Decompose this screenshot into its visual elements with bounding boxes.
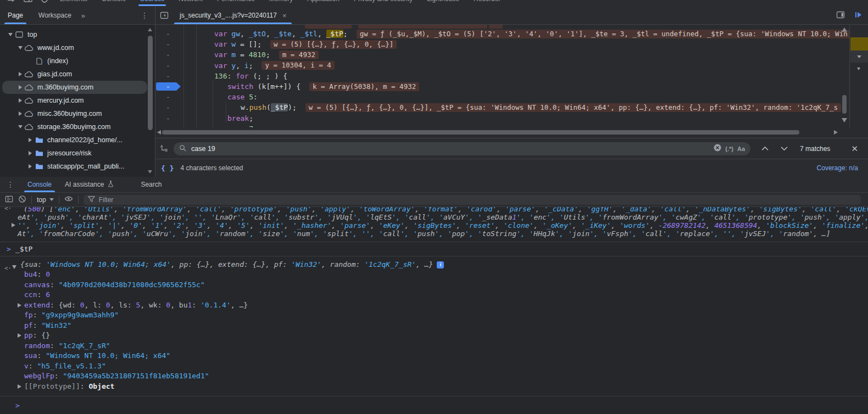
file-tab-close-icon[interactable]: × [282,12,287,20]
gutter-line-marker[interactable]: - [155,71,196,81]
expand-array-icon[interactable] [12,223,15,227]
tree-item-misc-360buyimg-com[interactable]: misc.360buyimg.com [2,107,147,120]
code-line[interactable]: -break; [155,113,868,124]
replace-toggle-icon[interactable]: AB [160,144,169,154]
scrollbar-thumb[interactable] [162,130,799,135]
devices-icon[interactable] [24,0,32,3]
scroll-down-icon[interactable] [842,118,847,122]
console-filter-field[interactable]: Filter [84,195,861,205]
chevron-right-icon[interactable] [16,98,24,103]
clear-console-icon[interactable] [18,195,26,205]
tree-item-top[interactable]: top [2,28,147,41]
search-field[interactable]: (.*) Aa [174,142,750,155]
regex-toggle[interactable]: (.*) [725,146,733,152]
panel-tab-application[interactable]: Application [300,0,347,7]
info-icon[interactable]: i [437,261,444,268]
code-area[interactable]: -var gw, _$tO, _$te, _$tl, _$tP;gw = ƒ (… [155,25,868,127]
code-line[interactable]: -var gw, _$tO, _$te, _$tl, _$tP;gw = ƒ (… [155,29,868,39]
code-line[interactable]: -var w = [];w = (5) [{…}, ƒ, {…}, 0, {…}… [155,39,868,49]
panel-tab-recorder[interactable]: Recorder [466,0,508,7]
tab-workspace[interactable]: Workspace [31,7,79,24]
chevron-right-icon[interactable] [26,164,34,169]
more-tabs-icon[interactable]: » [81,12,85,20]
context-selector[interactable]: top [37,196,54,204]
search-input[interactable] [190,144,710,153]
code-line[interactable]: -var m = 4810;m = 4932 [155,49,868,60]
previous-match-icon[interactable] [761,145,769,153]
tree-item-gias-jd-com[interactable]: gias.jd.com [2,68,147,81]
expand-section-icon[interactable] [857,68,860,70]
console-sidebar-icon[interactable] [5,195,13,205]
editor-horizontal-scrollbar[interactable] [155,127,839,138]
panel-tab-sources[interactable]: Sources [133,0,171,7]
scroll-up-icon[interactable] [148,28,152,31]
sidebar-scrollbar[interactable] [147,28,153,174]
gutter-line-marker[interactable]: - [155,29,196,39]
scroll-left-icon[interactable] [157,130,161,135]
chevron-right-icon[interactable] [16,85,24,89]
code-line[interactable]: -w.push(_$tP);w = (5) [{…}, ƒ, {…}, 0, {… [155,102,868,113]
scrollbar-thumb[interactable] [148,36,153,130]
tree-item-jsresource-risk[interactable]: jsresource/risk [2,147,147,160]
scroll-right-icon[interactable] [834,130,838,135]
live-expression-icon[interactable] [64,194,73,205]
chevron-right-icon[interactable] [26,151,34,155]
panel-tab-performance[interactable]: Performance [210,0,262,7]
chevron-right-icon[interactable] [26,138,34,142]
drawer-menu-icon[interactable]: ⋮ [0,180,21,189]
pretty-print-icon[interactable]: { } [161,164,174,172]
chevron-down-icon[interactable] [16,125,24,128]
toggle-navigator-icon[interactable] [155,7,173,24]
code-line[interactable]: -case 5: [155,92,868,102]
coverage-link[interactable]: Coverage: n/a [817,164,858,172]
gutter-line-marker[interactable]: - [155,81,196,92]
gutter-line-marker[interactable]: - [155,49,196,60]
gutter-line-marker[interactable]: - [155,102,196,113]
panel-tab-memory[interactable]: Memory [262,0,300,7]
gutter-line-marker[interactable]: - [155,124,196,127]
tree-item--index-[interactable]: (index) [2,54,147,68]
code-line[interactable]: -switch (k[m++]) {k = Array(5038), m = 4… [155,81,868,92]
resume-script-icon[interactable] [854,10,863,21]
code-line[interactable]: -var y, i;y = 10304, i = 4 [155,60,868,71]
editor-vertical-scrollbar[interactable] [839,25,849,127]
match-case-toggle[interactable]: Aa [737,146,745,152]
expand-section-icon[interactable] [857,55,861,58]
expand-property-icon[interactable] [18,384,21,389]
gutter-line-marker[interactable]: - [155,92,196,102]
tree-item-channel2022-jd-home-[interactable]: channel2022/jd_home/... [2,133,147,147]
expand-property-icon[interactable] [18,333,21,338]
chevron-down-icon[interactable] [7,33,14,36]
scroll-down-icon[interactable] [148,170,152,174]
tree-item-mercury-jd-com[interactable]: mercury.jd.com [2,94,147,107]
close-search-icon[interactable]: ✕ [851,144,858,154]
navigator-menu-icon[interactable]: ⋮ [141,11,148,20]
console-prompt[interactable]: > [0,396,868,410]
chevron-down-icon[interactable] [16,46,24,49]
chevron-right-icon[interactable] [16,72,24,76]
panel-tab-privacy-and-security[interactable]: Privacy and security [347,0,420,7]
tree-item-staticapp-pc-mall-publi-[interactable]: staticapp/pc_mall_publi... [2,160,147,173]
panel-tab-lighthouse[interactable]: Lighthouse [420,0,466,7]
code-line[interactable]: -136: for (; ; ) { [155,71,868,81]
tree-item-storage-360buyimg-com[interactable]: storage.360buyimg.com [2,120,147,133]
toggle-debugger-sidebar-icon[interactable] [836,10,845,21]
scroll-up-icon[interactable] [842,27,847,32]
gutter-line-marker[interactable]: - [155,60,196,71]
gutter-line-marker[interactable]: - [155,39,196,49]
panel-tab-elements[interactable]: Elements [53,0,94,7]
tree-item-www-jd-com[interactable]: www.jd.com [2,41,147,54]
tree-item-m-360buyimg-com[interactable]: m.360buyimg.com [2,81,147,94]
drawer-tab-console[interactable]: Console [21,177,58,192]
clear-search-icon[interactable] [714,144,721,153]
file-tab[interactable]: js_security_v3_....js?v=20240117 × [173,7,293,24]
gutter-line-marker[interactable]: - [155,113,196,124]
expand-property-icon[interactable] [18,303,21,307]
panel-tab-console[interactable]: Console [94,0,133,7]
collapse-object-icon[interactable] [12,265,16,269]
drawer-tab-ai-assistance[interactable]: AI assistance [58,177,121,192]
panel-tab-network[interactable]: Network [171,0,210,7]
drawer-tab-search[interactable]: Search [134,177,168,192]
scrollbar-thumb[interactable] [842,95,847,114]
shield-icon[interactable] [40,0,49,3]
